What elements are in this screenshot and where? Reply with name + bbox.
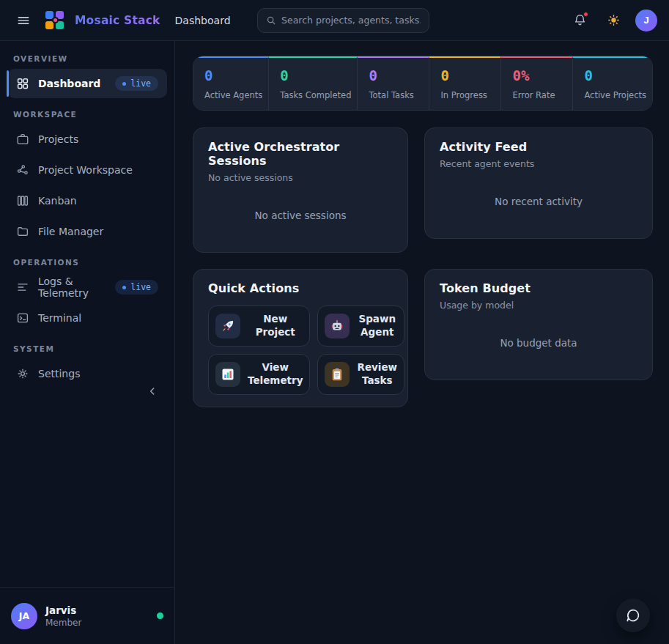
stat-value: 0 xyxy=(584,67,646,84)
sessions-empty-state: No active sessions xyxy=(208,183,393,240)
logs-lines-icon xyxy=(16,281,29,294)
activity-empty-state: No recent activity xyxy=(440,169,637,226)
hamburger-icon xyxy=(16,13,31,28)
sidebar-item-kanban[interactable]: Kanban xyxy=(7,186,167,215)
gear-icon xyxy=(16,367,29,380)
search-input[interactable] xyxy=(281,15,421,26)
section-operations: OPERATIONS xyxy=(13,258,161,267)
stat-card-in-progress: 0 In Progress xyxy=(429,56,500,110)
app-window: Mosaic Stack Dashboard J OVERVIEW xyxy=(0,0,669,644)
clipboard-icon xyxy=(325,362,350,387)
rocket-icon xyxy=(215,314,240,338)
stat-card-error-rate: 0% Error Rate xyxy=(500,56,572,110)
stat-card-active-agents: 0 Active Agents xyxy=(193,56,268,110)
stat-label: Error Rate xyxy=(512,90,566,100)
bar-chart-icon xyxy=(215,362,240,387)
online-status-dot xyxy=(157,612,163,619)
sidebar-item-projects[interactable]: Projects xyxy=(7,125,167,154)
section-system: SYSTEM xyxy=(13,344,161,353)
budget-empty-state: No budget data xyxy=(440,311,637,368)
main-content: 0 Active Agents 0 Tasks Completed 0 Tota… xyxy=(175,41,669,644)
stat-label: In Progress xyxy=(440,90,495,100)
chat-button[interactable] xyxy=(616,599,650,632)
terminal-icon xyxy=(16,311,29,325)
quick-actions-title: Quick Actions xyxy=(208,281,393,295)
section-workspace: WORKSPACE xyxy=(13,110,161,119)
user-name: Jarvis xyxy=(45,604,81,616)
quick-actions-grid: New Project Spawn Agent Vi xyxy=(208,306,393,395)
stat-card-active-projects: 0 Active Projects xyxy=(572,56,652,110)
folder-icon xyxy=(16,225,29,238)
stat-label: Active Agents xyxy=(204,90,262,100)
sidebar-item-file-manager[interactable]: File Manager xyxy=(7,217,167,246)
kanban-columns-icon xyxy=(16,194,29,207)
robot-icon xyxy=(325,314,350,338)
section-overview: OVERVIEW xyxy=(13,54,161,63)
sidebar-item-label: Kanban xyxy=(38,195,77,207)
stat-label: Active Projects xyxy=(584,90,646,100)
chat-bubble-icon xyxy=(625,607,641,623)
sidebar-item-label: Terminal xyxy=(38,312,81,324)
live-dot-icon xyxy=(122,286,126,289)
hamburger-menu-button[interactable] xyxy=(12,9,35,32)
stat-value: 0 xyxy=(280,67,351,84)
chevron-left-icon xyxy=(147,385,158,397)
user-avatar[interactable]: J xyxy=(635,10,657,32)
quick-action-label: New Project xyxy=(248,313,303,338)
sidebar-item-settings[interactable]: Settings xyxy=(7,359,167,388)
quick-actions-card: Quick Actions New Project Sp xyxy=(193,269,408,407)
token-budget-card: Token Budget Usage by model No budget da… xyxy=(424,269,653,380)
stat-value: 0 xyxy=(440,67,495,84)
sun-icon xyxy=(607,13,621,27)
quick-action-label: Review Tasks xyxy=(357,361,397,387)
sidebar-item-project-workspace[interactable]: Project Workspace xyxy=(7,155,167,185)
user-avatar-initials: JA xyxy=(11,603,37,629)
sidebar-item-label: Settings xyxy=(38,368,80,380)
token-budget-title: Token Budget xyxy=(440,281,637,295)
activity-feed-subtitle: Recent agent events xyxy=(440,158,637,169)
search-icon xyxy=(266,15,276,26)
review-tasks-button[interactable]: Review Tasks xyxy=(317,354,404,395)
sidebar-item-label: Project Workspace xyxy=(38,164,133,176)
user-role: Member xyxy=(45,618,81,628)
sessions-card-subtitle: No active sessions xyxy=(208,172,393,183)
sidebar-item-label: Logs & Telemetry xyxy=(38,275,106,299)
sidebar-nav: OVERVIEW Dashboard live WORKSPACE xyxy=(0,41,174,587)
notifications-button[interactable] xyxy=(568,9,591,32)
sidebar-item-label: Dashboard xyxy=(38,78,100,89)
view-telemetry-button[interactable]: View Telemetry xyxy=(208,354,310,395)
stat-value: 0 xyxy=(369,67,423,84)
top-header: Mosaic Stack Dashboard J xyxy=(0,0,669,41)
stat-card-total-tasks: 0 Total Tasks xyxy=(357,56,429,110)
sidebar: OVERVIEW Dashboard live WORKSPACE xyxy=(0,41,175,644)
workspace-nodes-icon xyxy=(16,163,29,177)
spawn-agent-button[interactable]: Spawn Agent xyxy=(317,306,404,347)
live-dot-icon xyxy=(122,82,126,86)
quick-action-label: Spawn Agent xyxy=(357,313,397,338)
sidebar-item-terminal[interactable]: Terminal xyxy=(7,303,167,333)
live-badge-label: live xyxy=(130,78,151,89)
mosaic-logo-icon xyxy=(45,11,64,30)
sessions-card-title: Active Orchestrator Sessions xyxy=(208,140,393,168)
live-badge: live xyxy=(115,76,158,91)
briefcase-icon xyxy=(16,133,29,146)
live-badge-label: live xyxy=(130,282,151,292)
brand-title: Mosaic Stack xyxy=(75,14,160,27)
live-badge: live xyxy=(115,280,158,295)
activity-feed-card: Activity Feed Recent agent events No rec… xyxy=(424,127,653,239)
sidebar-item-label: Projects xyxy=(38,133,78,145)
sidebar-collapse-button[interactable] xyxy=(147,385,158,397)
stat-label: Total Tasks xyxy=(369,90,423,100)
sidebar-item-logs-telemetry[interactable]: Logs & Telemetry live xyxy=(7,273,167,302)
theme-toggle-button[interactable] xyxy=(602,9,625,32)
breadcrumb: Dashboard xyxy=(175,15,231,26)
sessions-card: Active Orchestrator Sessions No active s… xyxy=(193,127,408,253)
new-project-button[interactable]: New Project xyxy=(208,306,310,347)
stat-card-tasks-completed: 0 Tasks Completed xyxy=(268,56,357,110)
global-search[interactable] xyxy=(257,8,429,33)
sidebar-user-panel[interactable]: JA Jarvis Member xyxy=(0,587,174,644)
stat-value: 0 xyxy=(204,67,262,84)
quick-action-label: View Telemetry xyxy=(248,361,303,387)
sidebar-item-dashboard[interactable]: Dashboard live xyxy=(7,69,167,98)
activity-feed-title: Activity Feed xyxy=(440,140,637,154)
